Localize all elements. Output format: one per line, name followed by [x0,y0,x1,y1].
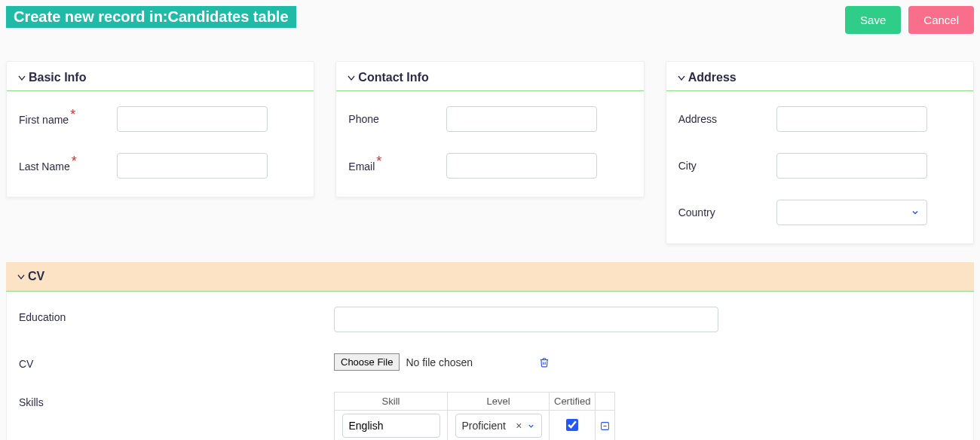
panel-header-cv[interactable]: CV [6,262,974,292]
first-name-label: First name* [19,112,117,127]
education-input[interactable] [334,307,718,332]
phone-input[interactable] [446,106,597,132]
address-label: Address [678,113,776,125]
panel-header-basic[interactable]: Basic Info [7,62,314,91]
remove-row-icon[interactable] [600,421,610,431]
choose-file-button[interactable]: Choose File [334,353,400,371]
email-input[interactable] [446,153,597,179]
required-icon: * [70,107,75,122]
level-value: Proficient [462,420,506,432]
address-input[interactable] [776,106,927,132]
file-status-text: No file chosen [406,356,473,368]
save-button[interactable]: Save [845,6,901,34]
education-label: Education [19,307,334,323]
page-title: Create new record in:Candidates table [6,6,296,28]
certified-checkbox[interactable] [566,419,578,431]
required-icon: * [376,154,381,169]
city-input[interactable] [776,153,927,179]
chevron-down-icon [347,73,356,82]
panel-title: Basic Info [29,71,86,84]
chevron-down-icon [17,272,26,281]
email-label: Email* [348,158,446,174]
panel-address: Address Address City Country [666,61,974,244]
panel-contact-info: Contact Info Phone Email* [335,61,644,197]
panel-cv: CV Education CV Choose File No file chos… [6,262,974,440]
phone-label: Phone [348,113,446,125]
table-row: Proficient × [335,411,615,441]
cv-file-label: CV [19,353,334,370]
first-name-input[interactable] [117,106,268,132]
cancel-button[interactable]: Cancel [908,6,974,34]
col-header-level: Level [448,393,550,411]
last-name-input[interactable] [117,153,268,179]
chevron-down-icon [677,73,686,82]
country-label: Country [678,206,776,218]
panel-basic-info: Basic Info First name* Last Name* [6,61,314,197]
trash-icon[interactable] [539,357,550,368]
col-header-skill: Skill [335,393,448,411]
required-icon: * [72,154,77,169]
skills-label: Skills [19,392,334,408]
chevron-down-icon [17,73,26,82]
level-select[interactable]: Proficient × [455,414,542,438]
panel-header-address[interactable]: Address [666,62,973,91]
last-name-label: Last Name* [19,158,117,174]
panel-title: Contact Info [358,71,428,84]
city-label: City [678,160,776,172]
panel-header-contact[interactable]: Contact Info [336,62,643,91]
chevron-down-icon [527,422,535,430]
panel-title: CV [28,270,44,283]
skill-input[interactable] [342,414,440,438]
country-select[interactable] [776,200,927,225]
col-header-certified: Certified [550,393,596,411]
clear-icon[interactable]: × [516,420,522,432]
action-buttons: Save Cancel [845,6,974,34]
panel-title: Address [688,71,737,84]
skills-table: Skill Level Certified [334,392,615,440]
